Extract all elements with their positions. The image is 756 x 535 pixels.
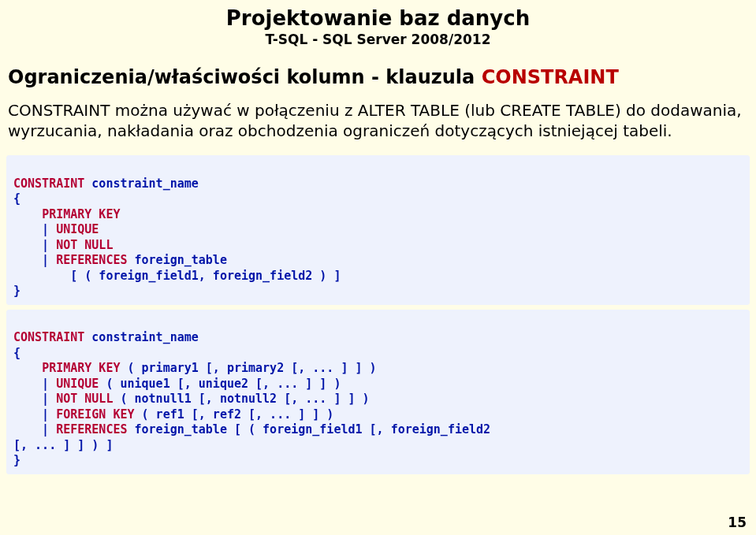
code-text: | — [13, 422, 56, 437]
heading-text: Ograniczenia/właściwości kolumn - klauzu… — [8, 66, 482, 88]
code-text: | — [13, 377, 56, 391]
code-text — [13, 207, 42, 221]
code-keyword: NOT NULL — [56, 392, 113, 406]
code-text: constraint_name — [91, 330, 198, 344]
code-text: constraint_name — [91, 176, 198, 191]
code-text: } — [13, 453, 20, 467]
code-text: foreign_table — [128, 253, 227, 267]
code-text: ( notnull1 [, notnull2 [, ... ] ] ) — [113, 392, 369, 406]
code-text: foreign_table [ ( foreign_field1 [, fore… — [128, 422, 491, 437]
code-text: ( unique1 [, unique2 [, ... ] ] ) — [99, 377, 341, 391]
code-text — [13, 361, 42, 375]
code-keyword: CONSTRAINT — [13, 176, 91, 191]
code-keyword: PRIMARY KEY — [42, 361, 120, 375]
section-paragraph: CONSTRAINT można używać w połączeniu z A… — [8, 101, 748, 141]
code-text: | — [13, 238, 56, 252]
code-keyword: CONSTRAINT — [13, 330, 91, 344]
code-keyword: NOT NULL — [56, 238, 113, 252]
code-text: | — [13, 407, 56, 422]
code-keyword: UNIQUE — [56, 377, 99, 391]
page-number: 15 — [728, 515, 747, 530]
code-keyword: REFERENCES — [56, 422, 127, 437]
code-text: [ ( foreign_field1, foreign_field2 ) ] — [13, 269, 341, 283]
code-text: { — [13, 346, 20, 360]
code-text: | — [13, 253, 56, 267]
code-text: ( primary1 [, primary2 [, ... ] ] ) — [120, 361, 376, 375]
code-block-1: CONSTRAINT constraint_name { PRIMARY KEY… — [6, 155, 750, 305]
code-keyword: REFERENCES — [56, 253, 127, 267]
code-text: { — [13, 191, 20, 206]
code-text: | — [13, 392, 56, 406]
header: Projektowanie baz danych T-SQL - SQL Ser… — [0, 0, 756, 47]
code-block-2: CONSTRAINT constraint_name { PRIMARY KEY… — [6, 310, 750, 474]
code-text: ( ref1 [, ref2 [, ... ] ] ) — [135, 407, 334, 422]
code-keyword: FOREIGN KEY — [56, 407, 134, 422]
code-keyword: PRIMARY KEY — [42, 207, 120, 221]
page-title: Projektowanie baz danych — [0, 6, 756, 30]
code-text: [, ... ] ] ) ] — [13, 438, 113, 452]
code-keyword: UNIQUE — [56, 222, 99, 236]
code-text: | — [13, 222, 56, 236]
page-subtitle: T-SQL - SQL Server 2008/2012 — [0, 32, 756, 47]
heading-keyword: CONSTRAINT — [482, 66, 619, 88]
section-heading: Ograniczenia/właściwości kolumn - klauzu… — [8, 66, 756, 88]
code-text: } — [13, 284, 20, 298]
